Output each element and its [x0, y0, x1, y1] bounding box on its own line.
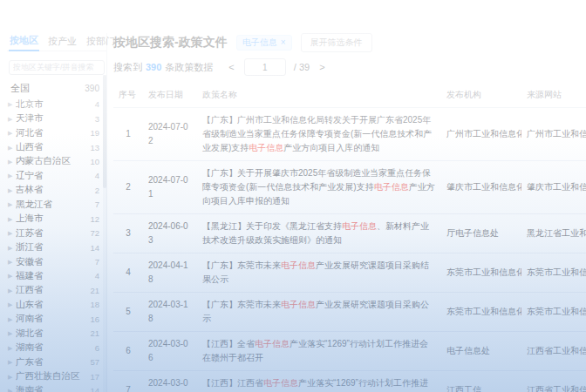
sidebar-region-item[interactable]: ▶广东省57 [7, 355, 106, 368]
sidebar-region-item[interactable]: ▶内蒙古自治区10 [7, 154, 106, 168]
expand-caret-icon[interactable]: ▶ [8, 273, 16, 279]
tab-by-department[interactable]: 按部门 [85, 35, 116, 51]
sidebar-region-item[interactable]: ▶山东省18 [7, 298, 106, 312]
source-site-cell: 江西省工业和信息化厅 [521, 332, 586, 371]
sidebar-region-item[interactable]: ▶北京市4 [7, 98, 106, 112]
expand-caret-icon[interactable]: ▶ [8, 201, 16, 207]
region-count: 21 [90, 328, 99, 338]
expand-caret-icon[interactable]: ▶ [8, 130, 16, 136]
row-index-cell: 2 [113, 161, 143, 214]
region-item-all[interactable]: 全国 390 [7, 79, 106, 98]
policy-row: 32024-06-03【黑龙江】关于印发《黑龙江省支持电子信息、新材料产业技术改… [113, 214, 586, 253]
expand-filters-button[interactable]: 展开筛选条件 [301, 33, 372, 52]
highlighted-keyword: 电子信息 [263, 378, 298, 388]
region-count: 21 [90, 286, 99, 295]
expand-caret-icon[interactable]: ▶ [8, 145, 16, 151]
header-publish-date: 发布日期 [143, 83, 197, 108]
page-total: / 39 [294, 62, 310, 72]
agency-cell: 东莞市工业和信息化局 [441, 253, 521, 293]
filter-tag-electronic-info[interactable]: 电子信息 × [236, 35, 292, 51]
region-name: 湖南省 [16, 341, 95, 354]
agency-cell: 东莞市工业和信息化局 [441, 293, 521, 332]
publish-date-cell: 2024-07-02 [143, 108, 197, 161]
sidebar-region-item[interactable]: ▶福建省4 [7, 269, 106, 283]
sidebar-region-item[interactable]: ▶江西省21 [7, 283, 106, 297]
sidebar-region-item[interactable]: ▶河北省19 [7, 125, 106, 139]
region-count: 2 [95, 186, 99, 195]
results-summary-row: 搜索到 390 条政策数据 < / 39 > [113, 58, 586, 76]
policy-title-link[interactable]: 【广东】东莞市未来电子信息产业发展研究课题项目采购公示 [197, 293, 441, 332]
sidebar-region-item[interactable]: ▶湖北省21 [7, 327, 106, 341]
expand-caret-icon[interactable]: ▶ [8, 187, 16, 193]
region-name: 江苏省 [16, 227, 90, 240]
result-count: 390 [146, 62, 161, 72]
region-count: 6 [95, 343, 99, 353]
policy-title-link[interactable]: 【广东】东莞市未来电子信息产业发展研究课题项目采购结果公示 [197, 253, 441, 293]
expand-caret-icon[interactable]: ▶ [8, 345, 16, 351]
expand-caret-icon[interactable]: ▶ [8, 216, 16, 222]
policy-search-page: 按地区 按产业 按部门 全国 390 ▶北京市4▶天津市3▶河北省19▶山西省1… [0, 0, 586, 392]
region-count: 4 [95, 171, 99, 180]
region-name: 山西省 [16, 141, 90, 153]
expand-caret-icon[interactable]: ▶ [8, 230, 16, 236]
policy-title-link[interactable]: 【黑龙江】关于印发《黑龙江省支持电子信息、新材料产业技术改造升级政策实施细则》的… [197, 214, 441, 253]
policy-title-link[interactable]: 【广东】广州市工业和信息化局转发关于开展广东省2025年省级制造业当家重点任务保… [197, 108, 441, 161]
sidebar-region-item[interactable]: ▶上海市12 [7, 212, 106, 226]
region-search-wrap [7, 51, 106, 79]
publish-date-cell: 2024-03-06 [143, 332, 197, 371]
expand-caret-icon[interactable]: ▶ [8, 259, 16, 265]
sidebar-region-item[interactable]: ▶天津市3 [7, 112, 106, 125]
expand-caret-icon[interactable]: ▶ [8, 101, 16, 107]
region-count: 17 [90, 372, 99, 382]
tab-by-region[interactable]: 按地区 [9, 34, 39, 51]
expand-caret-icon[interactable]: ▶ [8, 301, 16, 308]
expand-caret-icon[interactable]: ▶ [8, 172, 16, 179]
highlighted-keyword: 电子信息 [374, 182, 409, 192]
expand-caret-icon[interactable]: ▶ [8, 287, 16, 294]
region-name: 山东省 [16, 299, 90, 311]
policy-row: 42024-04-18【广东】东莞市未来电子信息产业发展研究课题项目采购结果公示… [113, 253, 586, 293]
expand-caret-icon[interactable]: ▶ [8, 374, 16, 380]
header-seq: 序号 [113, 83, 143, 108]
prev-page-icon[interactable]: < [227, 62, 235, 72]
page-title: 按地区搜索-政策文件 [113, 35, 228, 51]
sidebar-region-item[interactable]: ▶安徽省7 [7, 254, 106, 268]
sidebar-region-item[interactable]: ▶山西省13 [7, 140, 106, 154]
sidebar-scrollbar-thumb[interactable] [103, 75, 106, 188]
policy-title-link[interactable]: 【江西】全省电子信息产业落实“1269”行动计划工作推进会在赣州于都召开 [197, 332, 441, 371]
expand-caret-icon[interactable]: ▶ [8, 359, 16, 365]
expand-caret-icon[interactable]: ▶ [8, 316, 16, 322]
expand-caret-icon[interactable]: ▶ [8, 116, 16, 122]
next-page-icon[interactable]: > [317, 62, 326, 72]
policy-row: 72024-03-05【江西】江西省电子信息产业落实“1269”行动计划工作推进… [113, 371, 586, 392]
results-panel: 按地区搜索-政策文件 电子信息 × 展开筛选条件 搜索到 390 条政策数据 <… [113, 33, 586, 392]
sidebar-region-item[interactable]: ▶河南省16 [7, 312, 106, 326]
policy-title-link[interactable]: 【广东】关于开展肇庆市2025年省级制造业当家重点任务保障专项资金(新一代信息技… [197, 161, 441, 214]
region-search-input[interactable] [9, 60, 105, 75]
region-name: 北京市 [16, 98, 95, 111]
sidebar-region-item[interactable]: ▶黑龙江省7 [7, 198, 106, 212]
expand-caret-icon[interactable]: ▶ [8, 245, 16, 251]
sidebar-region-item[interactable]: ▶湖南省6 [7, 341, 106, 355]
sidebar-region-item[interactable]: ▶广西壮族自治区17 [7, 369, 106, 383]
sidebar-region-item[interactable]: ▶江苏省72 [7, 226, 106, 240]
region-count: 13 [90, 143, 99, 152]
publish-date-cell: 2024-07-01 [143, 161, 197, 214]
region-sidebar: 按地区 按产业 按部门 全国 390 ▶北京市4▶天津市3▶河北省19▶山西省1… [7, 33, 107, 392]
region-count: 4 [95, 271, 99, 280]
highlighted-keyword: 电子信息 [249, 143, 283, 152]
expand-caret-icon[interactable]: ▶ [8, 159, 16, 165]
page-number-input[interactable] [244, 58, 286, 76]
region-count: 57 [90, 357, 99, 367]
tab-by-industry[interactable]: 按产业 [47, 35, 78, 51]
tag-close-icon[interactable]: × [281, 38, 286, 47]
sidebar-region-item[interactable]: ▶浙江省14 [7, 240, 106, 254]
sidebar-region-item[interactable]: ▶海南省14 [7, 383, 106, 392]
expand-caret-icon[interactable]: ▶ [8, 388, 16, 392]
policy-title-link[interactable]: 【江西】江西省电子信息产业落实“1269”行动计划工作推进会在于都县召开 [197, 371, 441, 392]
expand-caret-icon[interactable]: ▶ [8, 330, 16, 336]
row-index-cell: 6 [113, 332, 143, 371]
region-count: 7 [95, 257, 99, 267]
sidebar-region-item[interactable]: ▶吉林省2 [7, 183, 106, 197]
sidebar-region-item[interactable]: ▶辽宁省4 [7, 169, 106, 183]
